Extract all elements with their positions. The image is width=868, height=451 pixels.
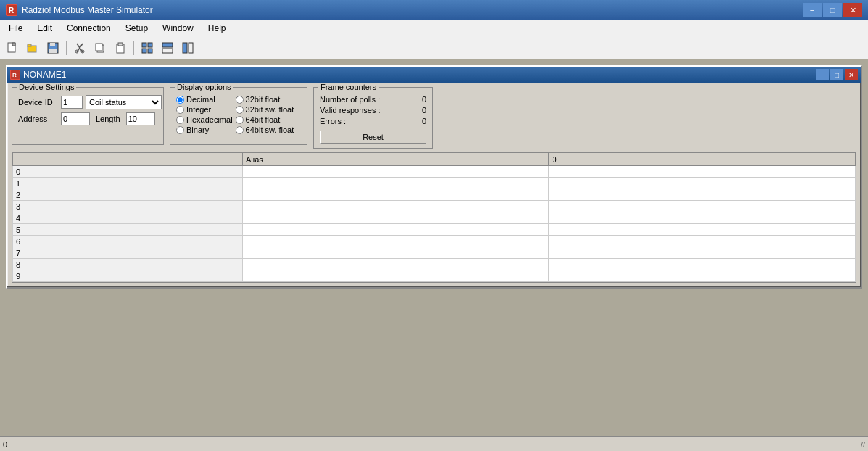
maximize-button[interactable]: □ [823,3,842,17]
minimize-button[interactable]: − [803,3,822,17]
menu-setup[interactable]: Setup [120,22,154,35]
settings-row: Device Settings Device ID Coil status Di… [12,87,856,149]
cell-alias[interactable] [242,166,549,178]
cell-value [549,270,856,282]
open-button[interactable] [23,39,42,57]
inner-window-title: NONAME1 [23,70,66,80]
cell-num: 4 [13,212,243,224]
toolbar-separator-1 [66,41,67,55]
close-button[interactable]: ✕ [843,3,862,17]
cell-alias[interactable] [242,201,549,212]
display-options-content: Decimal Integer Hexadecimal [176,95,301,134]
cell-alias[interactable] [242,270,549,282]
radio-decimal-input[interactable] [176,96,184,104]
save-button[interactable] [44,39,62,57]
cell-alias[interactable] [242,178,549,189]
table-row: 6 [13,236,856,247]
device-id-input[interactable] [61,96,83,109]
radio-32float: 32bit float [236,95,294,104]
resize-icon: // [861,440,865,449]
length-input[interactable] [126,112,155,125]
polls-value: 0 [412,95,426,104]
menu-window[interactable]: Window [157,22,199,35]
copy-button[interactable] [91,39,109,57]
col-header-alias: Alias [242,153,549,166]
device-id-row: Device ID Coil status Discrete inputs Ho… [18,95,157,109]
device-settings-group: Device Settings Device ID Coil status Di… [12,87,164,145]
table-row: 5 [13,224,856,236]
inner-maximize-button[interactable]: □ [830,69,843,80]
radio-32swfloat-input[interactable] [236,106,244,114]
cell-alias[interactable] [242,212,549,224]
inner-close-button[interactable]: ✕ [845,69,858,80]
cut-button[interactable] [70,39,89,57]
valid-row: Valid responses : 0 [320,106,426,115]
inner-title-left: R NONAME1 [10,70,66,80]
cell-alias[interactable] [242,224,549,236]
radio-binary: Binary [176,125,233,134]
radio-decimal: Decimal [176,95,233,104]
length-label: Length [96,115,120,123]
table-row: 3 [13,201,856,212]
reset-button[interactable]: Reset [320,131,426,144]
svg-rect-4 [28,44,31,46]
table-row: 8 [13,259,856,270]
radio-64float-label: 64bit float [246,115,281,124]
frame-counters-content: Number of polls : 0 Valid responses : 0 … [320,95,426,144]
inner-window: R NONAME1 − □ ✕ Device Settings [6,65,862,289]
toolbar-btn-4[interactable] [138,39,157,57]
frame-counters-group: Frame counters Number of polls : 0 Valid… [313,87,433,149]
errors-row: Errors : 0 [320,117,426,125]
menu-help[interactable]: Help [202,22,232,35]
svg-text:R: R [12,72,17,78]
table-row: 1 [13,178,856,189]
svg-text:R: R [9,7,15,15]
cell-alias[interactable] [242,236,549,247]
menu-connection[interactable]: Connection [61,22,117,35]
cell-alias[interactable] [242,189,549,201]
svg-rect-20 [162,43,173,47]
svg-rect-19 [148,49,152,53]
table-row: 0 [13,166,856,178]
title-bar-controls: − □ ✕ [803,3,862,17]
col-header-num [13,153,243,166]
data-table: Alias 0 0123456789 [12,152,856,282]
radio-binary-input[interactable] [176,126,184,134]
radio-hexadecimal-input[interactable] [176,116,184,124]
frame-counters-title: Frame counters [318,83,379,91]
toolbar-btn-5[interactable] [158,39,177,57]
paste-button[interactable] [111,39,130,57]
radio-64float-input[interactable] [236,116,244,124]
toolbar-separator-2 [133,41,134,55]
radio-integer-input[interactable] [176,106,184,114]
svg-rect-23 [189,43,193,53]
cell-num: 3 [13,201,243,212]
cell-num: 7 [13,247,243,259]
cell-alias[interactable] [242,259,549,270]
device-id-label: Device ID [18,98,58,107]
polls-label: Number of polls : [320,95,412,104]
radio-decimal-label: Decimal [186,95,215,104]
menu-file[interactable]: File [3,22,28,35]
address-input[interactable] [61,112,90,125]
cell-value [549,189,856,201]
app-icon: R [6,4,17,16]
svg-rect-6 [50,43,55,46]
app-title: Radzio! Modbus Master Simulator [22,5,153,15]
radio-32float-input[interactable] [236,96,244,104]
inner-minimize-button[interactable]: − [816,69,829,80]
cell-alias[interactable] [242,247,549,259]
cell-value [549,166,856,178]
coil-status-select[interactable]: Coil status Discrete inputs Holding regi… [86,95,162,109]
radio-32swfloat: 32bit sw. float [236,105,294,114]
radio-64float: 64bit float [236,115,294,124]
new-button[interactable] [3,39,22,57]
inner-content: Device Settings Device ID Coil status Di… [7,83,861,287]
svg-rect-16 [142,43,146,47]
valid-label: Valid responses : [320,106,412,115]
menu-edit[interactable]: Edit [31,22,58,35]
toolbar-btn-6[interactable] [178,39,197,57]
radio-64swfloat-input[interactable] [236,126,244,134]
table-row: 4 [13,212,856,224]
cell-num: 8 [13,259,243,270]
